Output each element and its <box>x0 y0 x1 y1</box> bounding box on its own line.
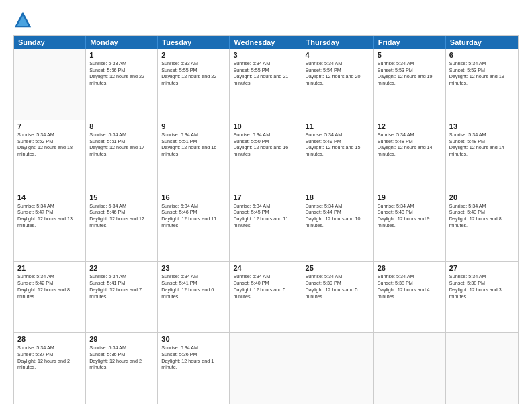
cell-info: Sunrise: 5:34 AM Sunset: 5:41 PM Dayligh… <box>161 273 226 300</box>
day-number: 13 <box>449 122 515 130</box>
cell-info: Sunrise: 5:34 AM Sunset: 5:36 PM Dayligh… <box>161 345 226 371</box>
calendar-cell: 18Sunrise: 5:34 AM Sunset: 5:44 PM Dayli… <box>302 191 374 262</box>
day-number: 8 <box>89 122 154 130</box>
day-number: 12 <box>378 122 442 130</box>
cell-info: Sunrise: 5:34 AM Sunset: 5:52 PM Dayligh… <box>17 132 82 158</box>
header-day-thursday: Thursday <box>302 36 374 49</box>
calendar-cell: 14Sunrise: 5:34 AM Sunset: 5:47 PM Dayli… <box>14 191 86 262</box>
day-number: 6 <box>449 51 515 59</box>
cell-info: Sunrise: 5:34 AM Sunset: 5:47 PM Dayligh… <box>17 203 82 229</box>
cell-info: Sunrise: 5:34 AM Sunset: 5:38 PM Dayligh… <box>378 273 442 300</box>
calendar-cell: 12Sunrise: 5:34 AM Sunset: 5:48 PM Dayli… <box>374 120 446 191</box>
day-number: 16 <box>161 193 226 201</box>
cell-info: Sunrise: 5:34 AM Sunset: 5:46 PM Dayligh… <box>89 203 154 229</box>
day-number: 20 <box>449 193 515 201</box>
header-day-saturday: Saturday <box>446 36 518 49</box>
calendar-cell <box>302 333 374 404</box>
calendar-header: SundayMondayTuesdayWednesdayThursdayFrid… <box>14 36 518 49</box>
calendar-row-4: 28Sunrise: 5:34 AM Sunset: 5:37 PM Dayli… <box>14 332 518 404</box>
day-number: 2 <box>161 51 226 59</box>
calendar-body: 1Sunrise: 5:33 AM Sunset: 5:56 PM Daylig… <box>14 49 518 404</box>
day-number: 1 <box>89 51 154 59</box>
calendar-cell: 30Sunrise: 5:34 AM Sunset: 5:36 PM Dayli… <box>158 333 230 404</box>
day-number: 22 <box>89 264 154 272</box>
cell-info: Sunrise: 5:34 AM Sunset: 5:46 PM Dayligh… <box>161 203 226 229</box>
calendar-row-0: 1Sunrise: 5:33 AM Sunset: 5:56 PM Daylig… <box>14 49 518 120</box>
calendar-cell: 13Sunrise: 5:34 AM Sunset: 5:48 PM Dayli… <box>446 120 518 191</box>
calendar-cell: 23Sunrise: 5:34 AM Sunset: 5:41 PM Dayli… <box>158 262 230 332</box>
calendar-cell: 17Sunrise: 5:34 AM Sunset: 5:45 PM Dayli… <box>230 191 302 262</box>
header-day-monday: Monday <box>86 36 158 49</box>
day-number: 21 <box>17 264 82 272</box>
calendar: SundayMondayTuesdayWednesdayThursdayFrid… <box>13 35 519 404</box>
day-number: 29 <box>89 335 154 343</box>
header-day-wednesday: Wednesday <box>230 36 302 49</box>
day-number: 15 <box>89 193 154 201</box>
cell-info: Sunrise: 5:34 AM Sunset: 5:55 PM Dayligh… <box>233 60 298 87</box>
calendar-cell: 16Sunrise: 5:34 AM Sunset: 5:46 PM Dayli… <box>158 191 230 262</box>
day-number: 24 <box>233 264 298 272</box>
calendar-cell: 15Sunrise: 5:34 AM Sunset: 5:46 PM Dayli… <box>86 191 158 262</box>
cell-info: Sunrise: 5:34 AM Sunset: 5:54 PM Dayligh… <box>306 60 370 87</box>
cell-info: Sunrise: 5:34 AM Sunset: 5:40 PM Dayligh… <box>233 273 298 300</box>
header-day-friday: Friday <box>374 36 446 49</box>
calendar-cell <box>14 49 86 120</box>
cell-info: Sunrise: 5:34 AM Sunset: 5:36 PM Dayligh… <box>89 345 154 371</box>
calendar-cell <box>230 333 302 404</box>
day-number: 19 <box>378 193 442 201</box>
calendar-cell: 9Sunrise: 5:34 AM Sunset: 5:51 PM Daylig… <box>158 120 230 191</box>
calendar-row-3: 21Sunrise: 5:34 AM Sunset: 5:42 PM Dayli… <box>14 261 518 332</box>
calendar-cell: 6Sunrise: 5:34 AM Sunset: 5:53 PM Daylig… <box>446 49 518 120</box>
calendar-cell: 8Sunrise: 5:34 AM Sunset: 5:51 PM Daylig… <box>86 120 158 191</box>
calendar-cell: 21Sunrise: 5:34 AM Sunset: 5:42 PM Dayli… <box>14 262 86 332</box>
calendar-cell: 20Sunrise: 5:34 AM Sunset: 5:43 PM Dayli… <box>446 191 518 262</box>
day-number: 4 <box>306 51 370 59</box>
day-number: 23 <box>161 264 226 272</box>
page: SundayMondayTuesdayWednesdayThursdayFrid… <box>0 0 532 411</box>
cell-info: Sunrise: 5:34 AM Sunset: 5:39 PM Dayligh… <box>306 273 370 300</box>
day-number: 7 <box>17 122 82 130</box>
calendar-cell: 25Sunrise: 5:34 AM Sunset: 5:39 PM Dayli… <box>302 262 374 332</box>
cell-info: Sunrise: 5:33 AM Sunset: 5:56 PM Dayligh… <box>89 60 154 87</box>
cell-info: Sunrise: 5:34 AM Sunset: 5:53 PM Dayligh… <box>378 60 442 87</box>
day-number: 5 <box>378 51 442 59</box>
day-number: 25 <box>306 264 370 272</box>
day-number: 3 <box>233 51 298 59</box>
day-number: 28 <box>17 335 82 343</box>
cell-info: Sunrise: 5:34 AM Sunset: 5:38 PM Dayligh… <box>449 273 515 300</box>
calendar-cell: 3Sunrise: 5:34 AM Sunset: 5:55 PM Daylig… <box>230 49 302 120</box>
day-number: 27 <box>449 264 515 272</box>
calendar-cell: 28Sunrise: 5:34 AM Sunset: 5:37 PM Dayli… <box>14 333 86 404</box>
cell-info: Sunrise: 5:34 AM Sunset: 5:43 PM Dayligh… <box>449 203 515 229</box>
cell-info: Sunrise: 5:34 AM Sunset: 5:44 PM Dayligh… <box>306 203 370 229</box>
day-number: 18 <box>306 193 370 201</box>
day-number: 17 <box>233 193 298 201</box>
cell-info: Sunrise: 5:34 AM Sunset: 5:51 PM Dayligh… <box>89 132 154 158</box>
calendar-cell: 1Sunrise: 5:33 AM Sunset: 5:56 PM Daylig… <box>86 49 158 120</box>
calendar-cell: 24Sunrise: 5:34 AM Sunset: 5:40 PM Dayli… <box>230 262 302 332</box>
calendar-row-2: 14Sunrise: 5:34 AM Sunset: 5:47 PM Dayli… <box>14 191 518 262</box>
calendar-cell: 26Sunrise: 5:34 AM Sunset: 5:38 PM Dayli… <box>374 262 446 332</box>
calendar-cell: 27Sunrise: 5:34 AM Sunset: 5:38 PM Dayli… <box>446 262 518 332</box>
cell-info: Sunrise: 5:34 AM Sunset: 5:41 PM Dayligh… <box>89 273 154 300</box>
cell-info: Sunrise: 5:34 AM Sunset: 5:42 PM Dayligh… <box>17 273 82 300</box>
calendar-cell <box>446 333 518 404</box>
calendar-cell: 29Sunrise: 5:34 AM Sunset: 5:36 PM Dayli… <box>86 333 158 404</box>
cell-info: Sunrise: 5:34 AM Sunset: 5:49 PM Dayligh… <box>306 132 370 158</box>
day-number: 11 <box>306 122 370 130</box>
logo <box>13 11 35 30</box>
day-number: 30 <box>161 335 226 343</box>
day-number: 9 <box>161 122 226 130</box>
cell-info: Sunrise: 5:34 AM Sunset: 5:48 PM Dayligh… <box>378 132 442 158</box>
day-number: 10 <box>233 122 298 130</box>
calendar-cell: 2Sunrise: 5:33 AM Sunset: 5:55 PM Daylig… <box>158 49 230 120</box>
cell-info: Sunrise: 5:34 AM Sunset: 5:51 PM Dayligh… <box>161 132 226 158</box>
cell-info: Sunrise: 5:34 AM Sunset: 5:37 PM Dayligh… <box>17 345 82 371</box>
cell-info: Sunrise: 5:34 AM Sunset: 5:53 PM Dayligh… <box>449 60 515 87</box>
cell-info: Sunrise: 5:34 AM Sunset: 5:43 PM Dayligh… <box>378 203 442 229</box>
cell-info: Sunrise: 5:33 AM Sunset: 5:55 PM Dayligh… <box>161 60 226 87</box>
logo-icon <box>13 11 32 30</box>
day-number: 14 <box>17 193 82 201</box>
header <box>13 11 519 30</box>
calendar-cell: 19Sunrise: 5:34 AM Sunset: 5:43 PM Dayli… <box>374 191 446 262</box>
